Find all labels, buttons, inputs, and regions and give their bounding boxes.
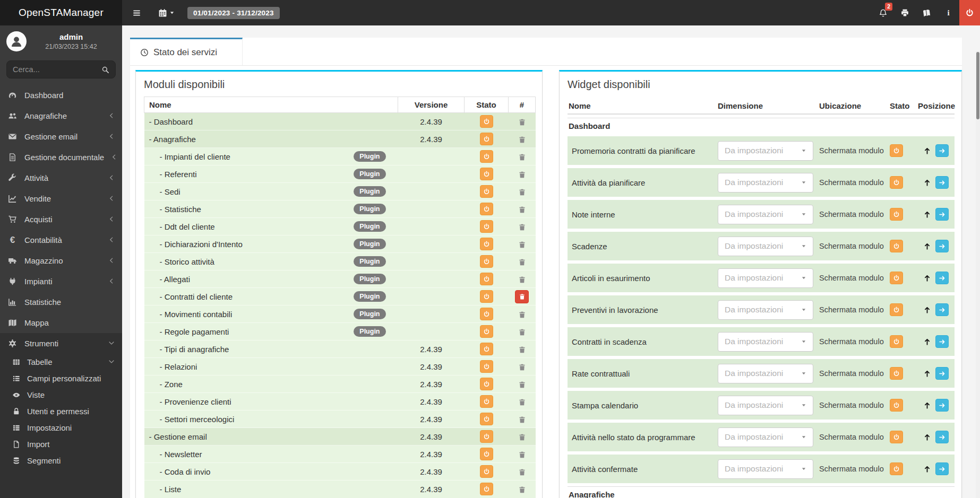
module-delete-button[interactable] — [515, 290, 529, 303]
widget-move-button[interactable] — [935, 176, 949, 189]
tab-stato-dei-servizi[interactable]: Stato dei servizi — [130, 38, 243, 65]
module-toggle-button[interactable] — [480, 413, 493, 425]
module-delete-button[interactable] — [518, 433, 526, 441]
docs-button[interactable] — [916, 0, 938, 25]
module-delete-button[interactable] — [518, 153, 526, 161]
module-toggle-button[interactable] — [480, 115, 493, 128]
module-toggle-button[interactable] — [480, 343, 493, 355]
widget-dimension-select[interactable]: Da impostazioni — [718, 268, 813, 288]
module-delete-button[interactable] — [518, 381, 526, 389]
sidebar-item-impianti[interactable]: Impianti — [0, 271, 122, 292]
module-delete-button[interactable] — [518, 206, 526, 214]
module-toggle-button[interactable] — [480, 273, 493, 285]
module-toggle-button[interactable] — [480, 430, 493, 443]
widget-toggle-button[interactable] — [890, 144, 903, 157]
sidebar-subitem-utenti-e-permessi[interactable]: Utenti e permessi — [0, 403, 122, 420]
widget-move-button[interactable] — [935, 144, 949, 157]
widget-dimension-select[interactable]: Da impostazioni — [718, 300, 813, 320]
sidebar-item-contabilit[interactable]: €Contabilità — [0, 230, 122, 250]
module-toggle-button[interactable] — [480, 483, 493, 495]
widget-dimension-select[interactable]: Da impostazioni — [718, 427, 813, 447]
widget-dimension-select[interactable]: Da impostazioni — [718, 141, 813, 161]
widget-dimension-select[interactable]: Da impostazioni — [718, 396, 813, 415]
sidebar-item-magazzino[interactable]: Magazzino — [0, 250, 122, 271]
widget-dimension-select[interactable]: Da impostazioni — [718, 237, 813, 256]
widget-move-up-button[interactable] — [923, 465, 931, 473]
module-delete-button[interactable] — [518, 136, 526, 144]
module-toggle-button[interactable] — [480, 308, 493, 320]
calendar-button[interactable] — [153, 0, 180, 25]
module-delete-button[interactable] — [518, 276, 526, 284]
print-button[interactable] — [894, 0, 916, 25]
app-logo[interactable]: OpenSTAManager — [0, 0, 122, 25]
module-toggle-button[interactable] — [480, 150, 493, 163]
sidebar-subitem-campi-personalizzati[interactable]: Campi personalizzati — [0, 370, 122, 387]
sidebar-subitem-segmenti[interactable]: Segmenti — [0, 452, 122, 469]
widget-toggle-button[interactable] — [890, 240, 903, 252]
widget-dimension-select[interactable]: Da impostazioni — [718, 459, 813, 479]
widget-move-up-button[interactable] — [923, 147, 931, 155]
module-delete-button[interactable] — [518, 311, 526, 319]
logout-button[interactable] — [959, 0, 980, 25]
sidebar-subitem-tabelle[interactable]: Tabelle — [0, 354, 122, 370]
module-toggle-button[interactable] — [480, 360, 493, 373]
module-delete-button[interactable] — [518, 416, 526, 424]
widget-move-button[interactable] — [935, 272, 949, 284]
sidebar-item-mappa[interactable]: Mappa — [0, 312, 122, 333]
module-toggle-button[interactable] — [480, 395, 493, 408]
widget-move-button[interactable] — [935, 462, 949, 475]
notifications-button[interactable]: 2 — [872, 0, 894, 25]
module-toggle-button[interactable] — [480, 185, 493, 198]
module-toggle-button[interactable] — [480, 448, 493, 460]
widget-dimension-select[interactable]: Da impostazioni — [718, 173, 813, 193]
widget-move-up-button[interactable] — [923, 306, 931, 314]
widget-move-up-button[interactable] — [923, 401, 931, 409]
widget-move-button[interactable] — [935, 335, 949, 348]
module-delete-button[interactable] — [518, 188, 526, 196]
widget-toggle-button[interactable] — [890, 303, 903, 316]
module-delete-button[interactable] — [518, 486, 526, 494]
widget-move-button[interactable] — [935, 303, 949, 316]
widget-move-up-button[interactable] — [923, 370, 931, 378]
scrollbar-thumb[interactable] — [976, 52, 979, 119]
widget-move-up-button[interactable] — [923, 274, 931, 282]
sidebar-item-attivit[interactable]: Attività — [0, 168, 122, 188]
sidebar-item-gestione-email[interactable]: Gestione email — [0, 126, 122, 147]
module-delete-button[interactable] — [518, 328, 526, 336]
sidebar-item-statistiche[interactable]: Statistiche — [0, 292, 122, 312]
info-button[interactable]: i — [938, 0, 959, 25]
widget-toggle-button[interactable] — [890, 462, 903, 475]
sidebar-item-anagrafiche[interactable]: Anagrafiche — [0, 106, 122, 126]
module-delete-button[interactable] — [518, 398, 526, 406]
widget-toggle-button[interactable] — [890, 335, 903, 348]
module-delete-button[interactable] — [518, 171, 526, 179]
search-input[interactable] — [13, 65, 101, 74]
sidebar-item-gestione-documentale[interactable]: Gestione documentale — [0, 147, 122, 168]
sidebar-toggle-button[interactable] — [127, 0, 147, 25]
widget-toggle-button[interactable] — [890, 208, 903, 221]
widget-move-button[interactable] — [935, 240, 949, 252]
sidebar-item-dashboard[interactable]: Dashboard — [0, 85, 122, 106]
widget-move-up-button[interactable] — [923, 211, 931, 219]
module-toggle-button[interactable] — [480, 133, 493, 145]
sidebar-subitem-viste[interactable]: Viste — [0, 387, 122, 403]
module-toggle-button[interactable] — [480, 203, 493, 215]
module-delete-button[interactable] — [518, 223, 526, 231]
widget-move-up-button[interactable] — [923, 242, 931, 250]
widget-toggle-button[interactable] — [890, 399, 903, 412]
module-delete-button[interactable] — [518, 451, 526, 459]
widget-dimension-select[interactable]: Da impostazioni — [718, 364, 813, 383]
widget-move-up-button[interactable] — [923, 179, 931, 187]
module-delete-button[interactable] — [518, 241, 526, 249]
widget-toggle-button[interactable] — [890, 176, 903, 189]
search-icon[interactable] — [101, 66, 109, 74]
sidebar-item-vendite[interactable]: Vendite — [0, 188, 122, 209]
sidebar-subitem-impostazioni[interactable]: Impostazioni — [0, 420, 122, 436]
module-toggle-button[interactable] — [480, 465, 493, 478]
widget-move-button[interactable] — [935, 399, 949, 412]
module-toggle-button[interactable] — [480, 238, 493, 250]
module-delete-button[interactable] — [518, 258, 526, 266]
sidebar-subitem-import[interactable]: Import — [0, 436, 122, 452]
widget-dimension-select[interactable]: Da impostazioni — [718, 332, 813, 352]
widget-move-button[interactable] — [935, 367, 949, 380]
